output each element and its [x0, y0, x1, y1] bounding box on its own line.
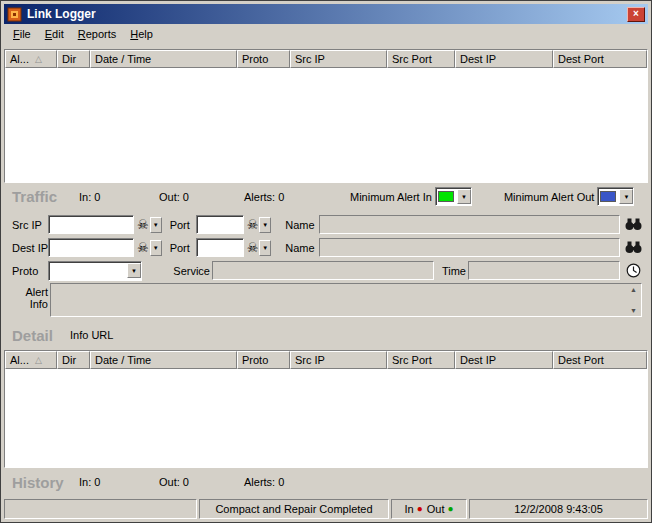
status-message: Compact and Repair Completed [199, 499, 389, 519]
proto-combo[interactable]: ▼ [48, 261, 142, 281]
traffic-table-header: Al... △ Dir Date / Time Proto Src IP Src… [5, 50, 647, 68]
proto-row: Proto ▼ Service Time [12, 260, 642, 281]
src-row: Src IP ☠ ▼ Port ☠ ▼ Name [12, 214, 642, 235]
column-header-dest-ip[interactable]: Dest IP [455, 351, 553, 369]
scroll-up-icon[interactable]: ▲ [627, 285, 640, 294]
column-header-label: Dir [62, 354, 76, 366]
column-header-label: Dest Port [558, 53, 604, 65]
in-value: 0 [94, 191, 100, 203]
history-section-label: History [12, 474, 72, 491]
alerts-label: Alerts: [244, 476, 275, 488]
in-led: ● [417, 504, 423, 514]
alert-info-row: Alert Info ▲ ▼ [12, 283, 642, 317]
alert-info-scrollbar[interactable]: ▲ ▼ [627, 285, 640, 315]
column-header-src-port[interactable]: Src Port [387, 351, 455, 369]
min-alert-in-label: Minimum Alert In [350, 191, 432, 203]
menu-item-reports[interactable]: Reports [71, 26, 124, 42]
info-url-label: Info URL [70, 329, 113, 341]
in-value: 0 [94, 476, 100, 488]
skull-icon: ☠ [246, 216, 260, 234]
chevron-down-icon[interactable]: ▼ [150, 240, 162, 256]
history-in-counter: In: 0 [79, 476, 152, 488]
close-button[interactable]: × [627, 7, 645, 22]
dest-ip-label: Dest IP [12, 242, 48, 254]
alert-info-label: Alert Info [12, 283, 48, 317]
column-header-label: Src Port [392, 53, 432, 65]
chevron-down-icon[interactable]: ▼ [259, 240, 271, 256]
alerts-value: 0 [278, 191, 284, 203]
dest-port-input[interactable] [196, 238, 244, 257]
service-label: Service [148, 265, 210, 277]
chevron-down-icon[interactable]: ▼ [127, 263, 141, 278]
min-alert-out-swatch [600, 191, 616, 202]
src-port-label: Port [170, 219, 196, 231]
min-alert-in-combo[interactable]: ▼ [435, 187, 472, 206]
src-name-label: Name [285, 219, 317, 231]
traffic-summary: Traffic In: 0 Out: 0 Alerts: 0 Minimum A… [4, 183, 648, 210]
column-header-label: Src IP [295, 354, 325, 366]
dest-ip-input[interactable] [48, 238, 134, 257]
src-lookup-button[interactable] [624, 218, 642, 231]
time-field [468, 261, 620, 280]
status-timestamp: 12/2/2008 9:43:05 [469, 499, 648, 519]
column-header-label: Date / Time [95, 53, 151, 65]
menu-item-help[interactable]: Help [123, 26, 160, 42]
menu-item-file[interactable]: File [6, 26, 38, 42]
min-alert-in-swatch [438, 191, 454, 202]
min-alert-out-combo[interactable]: ▼ [597, 187, 634, 206]
column-header-src-port[interactable]: Src Port [387, 50, 455, 68]
chevron-down-icon[interactable]: ▼ [457, 189, 471, 204]
column-header-proto[interactable]: Proto [237, 50, 290, 68]
column-header-label: Src IP [295, 53, 325, 65]
menu-item-edit[interactable]: Edit [38, 26, 71, 42]
binoculars-icon [625, 218, 642, 231]
src-port-blacklist-button[interactable]: ☠ ▼ [246, 215, 272, 235]
column-header-datetime[interactable]: Date / Time [90, 351, 237, 369]
column-header-dir[interactable]: Dir [57, 50, 90, 68]
dest-name-label: Name [285, 242, 317, 254]
scroll-down-icon[interactable]: ▼ [627, 306, 640, 315]
column-header-datetime[interactable]: Date / Time [90, 50, 237, 68]
dest-name-field [319, 238, 620, 257]
alerts-label: Alerts: [244, 191, 275, 203]
service-field [212, 261, 434, 280]
column-header-dest-port[interactable]: Dest Port [553, 50, 647, 68]
out-value: 0 [183, 476, 189, 488]
column-header-dest-ip[interactable]: Dest IP [455, 50, 553, 68]
status-panel-empty [4, 499, 197, 519]
dest-lookup-button[interactable] [624, 241, 642, 254]
time-zone-button[interactable] [624, 263, 642, 278]
dest-port-blacklist-button[interactable]: ☠ ▼ [246, 238, 272, 258]
column-header-src-ip[interactable]: Src IP [290, 50, 387, 68]
proto-label: Proto [12, 265, 48, 277]
dest-ip-blacklist-button[interactable]: ☠ ▼ [136, 238, 162, 258]
chevron-down-icon[interactable]: ▼ [619, 189, 633, 204]
chevron-down-icon[interactable]: ▼ [150, 217, 162, 233]
column-header-dir[interactable]: Dir [57, 351, 90, 369]
in-label: In: [79, 191, 91, 203]
column-header-label: Proto [242, 354, 268, 366]
column-header-alert[interactable]: Al... △ [5, 50, 57, 68]
out-value: 0 [183, 191, 189, 203]
src-ip-input[interactable] [48, 215, 134, 234]
column-header-label: Dest IP [460, 53, 496, 65]
traffic-table-body[interactable] [5, 68, 647, 182]
history-table-body[interactable] [5, 369, 647, 467]
column-header-label: Proto [242, 53, 268, 65]
src-name-field [319, 215, 620, 234]
clock-icon [626, 263, 641, 278]
src-port-input[interactable] [196, 215, 244, 234]
chevron-down-icon[interactable]: ▼ [259, 217, 271, 233]
binoculars-icon [625, 241, 642, 254]
dest-port-label: Port [170, 242, 196, 254]
column-header-dest-port[interactable]: Dest Port [553, 351, 647, 369]
min-alert-out-label: Minimum Alert Out [504, 191, 594, 203]
column-header-src-ip[interactable]: Src IP [290, 351, 387, 369]
out-label: Out: [159, 191, 180, 203]
skull-icon: ☠ [136, 216, 150, 234]
column-header-alert[interactable]: Al... △ [5, 351, 57, 369]
column-header-proto[interactable]: Proto [237, 351, 290, 369]
titlebar[interactable]: Link Logger × [4, 4, 648, 24]
history-table: Al... △ Dir Date / Time Proto Src IP Src… [4, 350, 648, 468]
src-ip-blacklist-button[interactable]: ☠ ▼ [136, 215, 162, 235]
